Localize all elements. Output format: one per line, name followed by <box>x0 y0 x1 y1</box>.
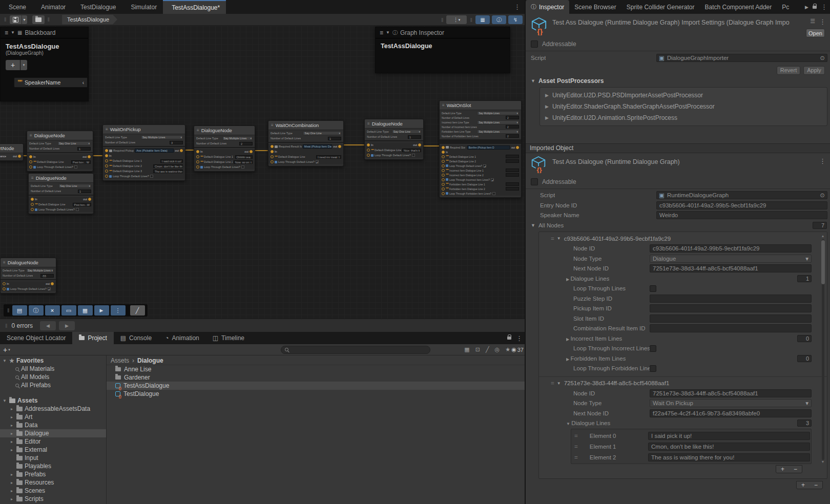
tab-overflow-icon[interactable]: ▶ <box>805 5 808 10</box>
revert-button[interactable]: Revert <box>777 66 800 75</box>
bottom-panel-tab[interactable]: Animation <box>158 332 206 344</box>
addressable-checkbox[interactable] <box>531 40 538 48</box>
context-menu-icon[interactable]: ⋮ <box>819 18 826 26</box>
foldout-arrow-icon[interactable]: ▼ <box>531 223 535 228</box>
node-row[interactable]: Forbidden Item Dialogue Line 2 <box>440 186 521 191</box>
port-value[interactable] <box>150 175 153 178</box>
out-port[interactable]: out <box>46 282 54 285</box>
node-row[interactable]: Loop Through Default Lines? <box>440 163 521 168</box>
postprocessor-item[interactable]: ▶ UnityEditor.ShaderGraph.ShaderGraphAss… <box>540 101 827 112</box>
foldout-arrow-icon[interactable]: ▼ <box>557 381 561 386</box>
lock-icon[interactable] <box>507 337 511 340</box>
folder-tree-item[interactable]: ▸ Art <box>0 413 106 421</box>
bottom-panel-tab[interactable]: Scene Object Locator <box>0 332 72 344</box>
port-value[interactable]: 1 <box>78 190 91 193</box>
scrollbar-track[interactable] <box>822 239 824 460</box>
graph-view-button[interactable] <box>78 305 93 316</box>
editor-tab[interactable]: Animator <box>32 0 72 14</box>
graph-view-button[interactable] <box>94 305 109 316</box>
node-row[interactable]: Default Dialogue Line 1 Ohhhh yea, <box>194 154 255 159</box>
node-row[interactable]: Default Dialogue Line Nice, that's it <box>365 148 423 153</box>
addressable-checkbox[interactable] <box>531 178 538 185</box>
node-group-header[interactable]: = ▼ c93b5606-401f-49a2-99b5-9ecbf1fa9c29 <box>539 234 827 244</box>
foldout-arrow-icon[interactable]: ▶ <box>545 93 549 98</box>
port-value[interactable] <box>241 165 244 169</box>
connection-wire[interactable] <box>423 145 440 146</box>
foldout-arrow-icon[interactable]: ▸ <box>9 497 14 501</box>
add-element-button[interactable]: + <box>776 466 789 473</box>
node-row[interactable]: Incorrect Item Dialogue Line 1 <box>440 168 521 173</box>
property-value[interactable]: I said pick it up! <box>648 432 810 440</box>
out-port[interactable]: out <box>82 155 91 158</box>
node-row[interactable]: Number of Default Lines 1 <box>29 188 93 194</box>
connection-wire[interactable] <box>93 155 102 156</box>
port-value[interactable] <box>506 169 519 172</box>
blackboard-property-speakername[interactable]: ”” SpeakerName ‹ <box>14 77 88 88</box>
inspector-menu-icon[interactable]: ⋮ <box>821 3 827 11</box>
node-row[interactable]: Default Dialogue Line 2 <box>440 159 521 163</box>
graph-breadcrumb[interactable]: TestAssDialogue <box>62 15 117 25</box>
folder-tree-item[interactable]: ▸ AddressableAssetsData <box>0 405 106 413</box>
port-value[interactable] <box>506 173 519 177</box>
asset-list-item[interactable]: TestDialogue <box>107 390 525 398</box>
port-value[interactable] <box>74 165 77 169</box>
collapse-arrow-icon[interactable]: ▼ <box>11 30 15 35</box>
drag-handle-icon[interactable]: = <box>551 380 554 386</box>
node-row[interactable]: Forbidden Item Line Type Say Multiple Li… <box>440 129 521 134</box>
node-row[interactable]: Default Line Type Say One Line <box>268 131 343 136</box>
graph-node-dialogue-4[interactable]: ≡DialogueNode Default Line Type Say One … <box>364 119 424 160</box>
search-in-packages-icon[interactable]: ⊡ <box>475 346 480 353</box>
drag-handle-icon[interactable] <box>574 433 577 439</box>
foldout-arrow-icon[interactable]: ▸ <box>9 480 14 485</box>
port-value[interactable]: 2 <box>506 125 519 129</box>
port-value[interactable]: Ass (Pickable Item Data) <box>135 149 174 153</box>
property-value[interactable] <box>650 365 656 372</box>
node-row[interactable] <box>27 152 93 153</box>
port-value[interactable]: Bonfire (Pickup Item D <box>467 145 510 150</box>
toggle-preview-button[interactable]: ↯ <box>508 15 523 24</box>
out-port[interactable]: out <box>511 146 519 149</box>
foldout-arrow-icon[interactable]: ▶ <box>545 104 549 109</box>
folder-tree-item[interactable]: ▸ Dialogue <box>0 429 106 437</box>
graph-inspector-header[interactable]: ≡ ▼ ⓘ Graph Inspector <box>376 27 510 38</box>
remove-element-button[interactable]: − <box>789 466 802 473</box>
folder-tree-item[interactable]: ▸ Data <box>0 421 106 429</box>
folder-tree-item[interactable]: ▸ Resources <box>0 478 106 487</box>
connection-wire[interactable] <box>254 150 268 151</box>
node-row[interactable]: Default Dialogue Line Psst boy...W <box>29 202 93 207</box>
node-row[interactable] <box>365 140 423 141</box>
postprocessor-item[interactable]: ▶ UnityEditor.U2D.PSD.PSDImporterAssetPo… <box>540 90 827 101</box>
editor-tab[interactable]: Scene <box>0 0 32 14</box>
graph-view-button[interactable] <box>45 305 60 316</box>
asset-list-item[interactable]: Gardener <box>107 373 525 382</box>
show-in-project-button[interactable] <box>32 15 45 24</box>
property-value[interactable] <box>650 314 812 323</box>
graph-node-dialogue-5[interactable]: ≡DialogueNode Default Line Type Say Mult… <box>0 258 56 293</box>
foldout-arrow-icon[interactable]: ▼ <box>557 236 561 241</box>
property-value[interactable]: c93b5606-401f-49a2-99b5-9ecbf1fa9c29 <box>650 244 812 253</box>
port-value[interactable]: Say One Line <box>58 184 91 188</box>
port-value[interactable]: Cmon, don't be like this! <box>153 164 183 168</box>
inspector-tab[interactable]: Batch Component Adder <box>699 0 777 14</box>
node-row[interactable]: Disturbance out <box>0 154 23 159</box>
node-row[interactable]: Loop Through Default Lines? <box>27 164 93 170</box>
property-value[interactable] <box>650 304 812 312</box>
hidden-packages-icon[interactable]: ◎ <box>495 346 500 353</box>
graph-node-dialogue-2[interactable]: ≡DialogueNode Default Line Type Say One … <box>28 173 94 214</box>
port-value[interactable]: Say One Line <box>303 131 341 135</box>
node-row[interactable] <box>268 142 343 143</box>
node-row[interactable]: In out <box>27 154 93 159</box>
connection-wire[interactable] <box>343 144 364 145</box>
panel-drag-icon[interactable]: ≡ <box>5 29 8 36</box>
graph-view-button[interactable] <box>61 305 76 316</box>
bottom-panel-tab[interactable]: Console <box>114 332 158 344</box>
project-search-field[interactable] <box>281 346 430 354</box>
nodes-scrollbar[interactable]: ▲ ▼ <box>820 234 825 466</box>
property-value[interactable]: Cmon, don't be like this! <box>648 443 810 451</box>
port-value[interactable]: The ass is waiting there for <box>153 170 183 173</box>
toolbar-handle[interactable]: ‖ <box>4 16 7 23</box>
drag-handle-icon[interactable] <box>574 444 577 450</box>
foldout-arrow-icon[interactable]: ▶ <box>545 115 549 120</box>
node-row[interactable]: Default Line Type Say Multiple Lines <box>103 135 185 140</box>
context-menu-icon[interactable]: ⋮ <box>819 157 826 165</box>
